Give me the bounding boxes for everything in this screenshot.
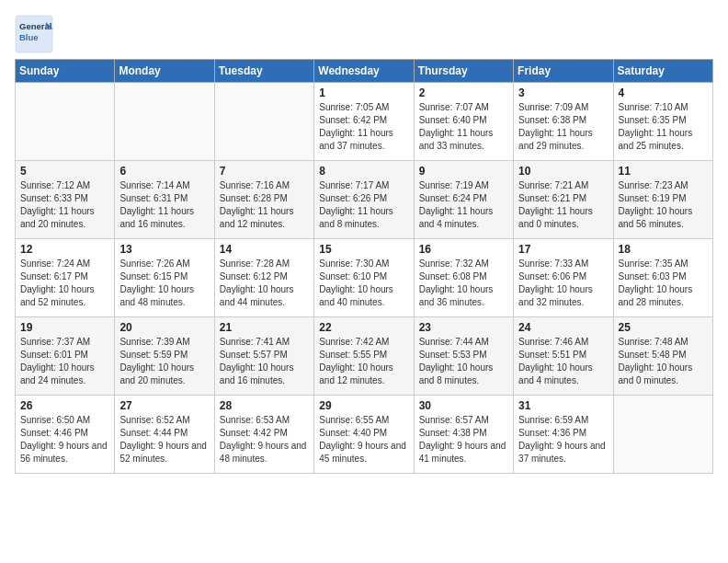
day-number: 5 xyxy=(20,165,109,178)
calendar-cell: 9Sunrise: 7:19 AMSunset: 6:24 PMDaylight… xyxy=(414,161,513,239)
cell-info: Daylight: 11 hours and 25 minutes. xyxy=(619,127,708,153)
calendar-cell: 10Sunrise: 7:21 AMSunset: 6:21 PMDayligh… xyxy=(514,161,613,239)
cell-info: Sunrise: 7:46 AM xyxy=(518,336,608,349)
cell-info: Daylight: 10 hours and 56 minutes. xyxy=(619,205,708,231)
cell-info: Sunrise: 7:17 AM xyxy=(319,179,408,192)
cell-info: Sunrise: 7:39 AM xyxy=(119,336,209,349)
cell-info: Sunset: 6:10 PM xyxy=(319,270,408,283)
cell-info: Sunset: 6:19 PM xyxy=(619,192,708,205)
day-number: 9 xyxy=(419,165,508,178)
calendar-cell: 11Sunrise: 7:23 AMSunset: 6:19 PMDayligh… xyxy=(613,161,712,239)
calendar-cell: 13Sunrise: 7:26 AMSunset: 6:15 PMDayligh… xyxy=(115,239,214,317)
cell-info: Daylight: 10 hours and 20 minutes. xyxy=(119,362,209,387)
cell-info: Sunrise: 6:59 AM xyxy=(518,414,608,427)
day-number: 13 xyxy=(119,243,209,256)
cell-info: Daylight: 11 hours and 16 minutes. xyxy=(119,205,209,231)
calendar-cell: 7Sunrise: 7:16 AMSunset: 6:28 PMDaylight… xyxy=(214,161,313,239)
cell-info: Sunset: 6:01 PM xyxy=(20,349,109,362)
day-number: 12 xyxy=(20,243,109,256)
day-number: 21 xyxy=(220,321,309,334)
calendar-cell: 3Sunrise: 7:09 AMSunset: 6:38 PMDaylight… xyxy=(514,83,613,161)
cell-info: Daylight: 10 hours and 16 minutes. xyxy=(220,362,309,387)
calendar-cell xyxy=(16,83,115,161)
day-number: 30 xyxy=(419,399,508,412)
logo-svg: General Blue xyxy=(15,15,53,53)
cell-info: Sunset: 6:38 PM xyxy=(518,114,608,127)
cell-info: Sunrise: 7:42 AM xyxy=(319,336,408,349)
cell-info: Sunset: 6:08 PM xyxy=(419,270,508,283)
day-header-tuesday: Tuesday xyxy=(214,60,313,83)
calendar-cell: 21Sunrise: 7:41 AMSunset: 5:57 PMDayligh… xyxy=(214,317,313,396)
day-number: 22 xyxy=(319,321,408,334)
calendar-cell: 17Sunrise: 7:33 AMSunset: 6:06 PMDayligh… xyxy=(514,239,613,317)
day-number: 2 xyxy=(419,86,508,99)
cell-info: Sunrise: 7:41 AM xyxy=(220,336,309,349)
calendar-cell: 12Sunrise: 7:24 AMSunset: 6:17 PMDayligh… xyxy=(16,239,115,317)
cell-info: Sunrise: 7:09 AM xyxy=(518,101,608,114)
cell-info: Sunrise: 7:35 AM xyxy=(619,258,708,270)
cell-info: Sunset: 5:51 PM xyxy=(518,349,608,362)
day-header-wednesday: Wednesday xyxy=(314,60,414,83)
cell-info: Sunrise: 7:23 AM xyxy=(619,179,708,192)
calendar-cell: 20Sunrise: 7:39 AMSunset: 5:59 PMDayligh… xyxy=(115,317,214,396)
cell-info: Daylight: 10 hours and 28 minutes. xyxy=(619,283,708,309)
cell-info: Daylight: 10 hours and 4 minutes. xyxy=(518,362,608,387)
calendar-cell: 19Sunrise: 7:37 AMSunset: 6:01 PMDayligh… xyxy=(16,317,115,396)
page-header: General Blue xyxy=(15,15,713,53)
cell-info: Daylight: 10 hours and 0 minutes. xyxy=(619,362,708,387)
cell-info: Sunrise: 7:16 AM xyxy=(220,179,309,192)
cell-info: Sunset: 4:40 PM xyxy=(319,427,408,440)
cell-info: Daylight: 9 hours and 37 minutes. xyxy=(518,440,608,465)
cell-info: Sunset: 6:42 PM xyxy=(319,114,408,127)
cell-info: Sunrise: 6:55 AM xyxy=(319,414,408,427)
calendar-cell: 23Sunrise: 7:44 AMSunset: 5:53 PMDayligh… xyxy=(414,317,513,396)
calendar-cell: 18Sunrise: 7:35 AMSunset: 6:03 PMDayligh… xyxy=(613,239,712,317)
cell-info: Daylight: 11 hours and 33 minutes. xyxy=(419,127,508,153)
cell-info: Sunset: 6:33 PM xyxy=(20,192,109,205)
cell-info: Sunset: 6:40 PM xyxy=(419,114,508,127)
cell-info: Sunset: 4:36 PM xyxy=(518,427,608,440)
cell-info: Sunrise: 6:50 AM xyxy=(20,414,109,427)
day-number: 16 xyxy=(419,243,508,256)
cell-info: Daylight: 10 hours and 44 minutes. xyxy=(220,283,309,309)
day-number: 28 xyxy=(220,399,309,412)
calendar-cell: 5Sunrise: 7:12 AMSunset: 6:33 PMDaylight… xyxy=(16,161,115,239)
cell-info: Daylight: 9 hours and 45 minutes. xyxy=(319,440,408,465)
cell-info: Sunset: 6:06 PM xyxy=(518,270,608,283)
cell-info: Daylight: 9 hours and 41 minutes. xyxy=(419,440,508,465)
calendar-cell: 4Sunrise: 7:10 AMSunset: 6:35 PMDaylight… xyxy=(613,83,712,161)
day-number: 31 xyxy=(518,399,608,412)
cell-info: Sunrise: 7:30 AM xyxy=(319,258,408,270)
day-number: 19 xyxy=(20,321,109,334)
calendar-cell: 28Sunrise: 6:53 AMSunset: 4:42 PMDayligh… xyxy=(214,396,313,474)
day-number: 11 xyxy=(619,165,708,178)
day-number: 7 xyxy=(220,165,309,178)
calendar-cell: 29Sunrise: 6:55 AMSunset: 4:40 PMDayligh… xyxy=(314,396,414,474)
day-number: 3 xyxy=(518,86,608,99)
calendar-week-row: 19Sunrise: 7:37 AMSunset: 6:01 PMDayligh… xyxy=(16,317,713,396)
cell-info: Sunset: 4:42 PM xyxy=(220,427,309,440)
cell-info: Sunrise: 7:33 AM xyxy=(518,258,608,270)
calendar-cell: 27Sunrise: 6:52 AMSunset: 4:44 PMDayligh… xyxy=(115,396,214,474)
day-number: 26 xyxy=(20,399,109,412)
cell-info: Sunset: 6:03 PM xyxy=(619,270,708,283)
day-number: 8 xyxy=(319,165,408,178)
cell-info: Sunset: 5:57 PM xyxy=(220,349,309,362)
cell-info: Daylight: 10 hours and 36 minutes. xyxy=(419,283,508,309)
cell-info: Daylight: 10 hours and 8 minutes. xyxy=(419,362,508,387)
calendar-week-row: 26Sunrise: 6:50 AMSunset: 4:46 PMDayligh… xyxy=(16,396,713,474)
cell-info: Sunrise: 6:52 AM xyxy=(119,414,209,427)
calendar-cell xyxy=(613,396,712,474)
logo: General Blue xyxy=(15,15,53,53)
day-header-friday: Friday xyxy=(514,60,613,83)
calendar-cell: 26Sunrise: 6:50 AMSunset: 4:46 PMDayligh… xyxy=(16,396,115,474)
cell-info: Sunset: 6:24 PM xyxy=(419,192,508,205)
cell-info: Sunrise: 7:12 AM xyxy=(20,179,109,192)
calendar-header-row: SundayMondayTuesdayWednesdayThursdayFrid… xyxy=(16,60,713,83)
cell-info: Daylight: 10 hours and 48 minutes. xyxy=(119,283,209,309)
cell-info: Sunrise: 7:14 AM xyxy=(119,179,209,192)
cell-info: Sunrise: 7:28 AM xyxy=(220,258,309,270)
cell-info: Sunset: 5:48 PM xyxy=(619,349,708,362)
day-number: 17 xyxy=(518,243,608,256)
cell-info: Daylight: 11 hours and 0 minutes. xyxy=(518,205,608,231)
